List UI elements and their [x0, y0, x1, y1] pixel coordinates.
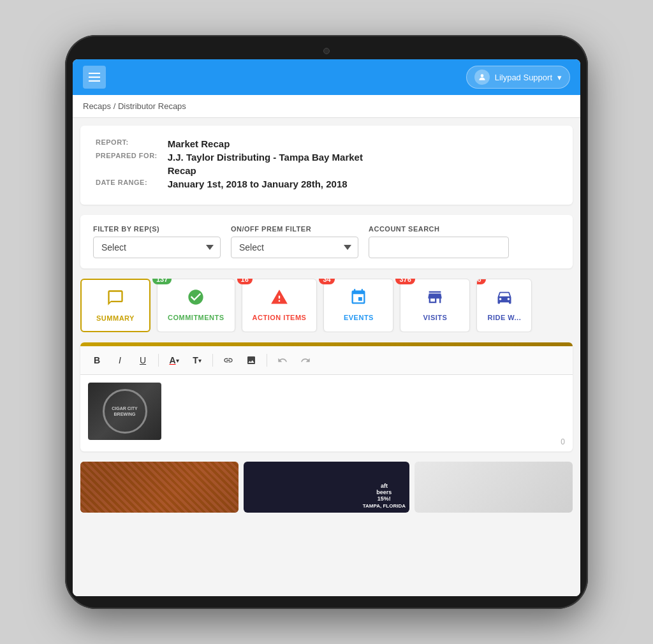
thumbnail-3 [415, 462, 573, 513]
date-row: DATE RANGE: January 1st, 2018 to January… [96, 179, 363, 192]
prepared-value: J.J. Taylor Distributing - Tampa Bay Mar… [168, 152, 363, 165]
brewery-logo: CIGAR CITYBREWING [103, 389, 147, 434]
filters-row: FILTER BY REP(S) Select ON/OFF PREM FILT… [93, 225, 560, 258]
undo-button[interactable] [274, 351, 291, 369]
bottom-images-row: aft beers 15%! TAMPA, FLORIDA [80, 462, 573, 513]
events-icon [349, 288, 367, 310]
editor-body[interactable]: CIGAR CITYBREWING 0 [80, 375, 573, 451]
user-name: Lilypad Support [495, 73, 552, 82]
menu-button[interactable] [83, 66, 106, 89]
onoff-filter-label: ON/OFF PREM FILTER [231, 225, 358, 233]
tab-ride-label: RIDE W... [487, 314, 521, 321]
svg-point-0 [480, 74, 483, 77]
filters-card: FILTER BY REP(S) Select ON/OFF PREM FILT… [80, 215, 573, 268]
font-color-icon: A [169, 355, 175, 365]
text-style-icon: T [193, 355, 198, 365]
summary-icon [106, 289, 124, 311]
link-button[interactable] [219, 351, 237, 369]
editor-image: CIGAR CITYBREWING [88, 383, 161, 440]
commitments-badge: 137 [152, 279, 172, 284]
menu-icon-line [89, 80, 100, 82]
rep-filter-label: FILTER BY REP(S) [93, 225, 221, 233]
tab-events-label: EVENTS [344, 314, 374, 321]
thumbnail-2: aft beers 15%! TAMPA, FLORIDA [244, 462, 409, 513]
app-header: Lilypad Support ▾ [73, 59, 580, 95]
ride-badge: 6 [476, 279, 486, 284]
tabs-row: SUMMARY 137 COMMITMENTS 16 [80, 279, 573, 332]
prepared-row2: Recap [96, 165, 363, 179]
rep-filter-group: FILTER BY REP(S) Select [93, 225, 221, 258]
onoff-filter-group: ON/OFF PREM FILTER Select [231, 225, 358, 258]
report-card: REPORT: Market Recap PREPARED FOR: J.J. … [80, 126, 573, 205]
thumbnail-1 [80, 462, 238, 513]
redo-button[interactable] [297, 351, 314, 369]
image-button[interactable] [242, 351, 260, 369]
tab-visits[interactable]: 376 VISITS [400, 279, 470, 332]
brewery-logo-text: CIGAR CITYBREWING [112, 406, 137, 417]
tab-commitments-label: COMMITMENTS [168, 314, 224, 321]
editor-card: B I U A ▾ T ▾ [80, 342, 573, 451]
thumb2-line3: 15%! [363, 495, 406, 502]
tab-summary[interactable]: SUMMARY [80, 279, 150, 332]
report-table: REPORT: Market Recap PREPARED FOR: J.J. … [96, 138, 363, 192]
account-filter-group: ACCOUNT SEARCH [369, 225, 509, 258]
breadcrumb-text: Recaps / Distributor Recaps [83, 101, 186, 111]
visits-badge: 376 [395, 279, 415, 284]
ride-icon [495, 288, 513, 310]
tab-action-items[interactable]: 16 ACTION ITEMS [242, 279, 318, 332]
tab-action-items-label: ACTION ITEMS [253, 314, 307, 321]
onoff-filter-select[interactable]: Select [231, 237, 358, 258]
report-row: REPORT: Market Recap [96, 138, 363, 152]
underline-button[interactable]: U [134, 351, 152, 369]
thumb2-line2: beers [363, 489, 406, 495]
brewery-image: CIGAR CITYBREWING [88, 383, 161, 440]
bold-button[interactable]: B [88, 351, 106, 369]
menu-icon-line [89, 73, 100, 74]
tab-commitments[interactable]: 137 COMMITMENTS [157, 279, 235, 332]
date-label: DATE RANGE: [96, 179, 168, 192]
prepared-value2: Recap [168, 165, 363, 179]
tab-visits-label: VISITS [423, 314, 448, 321]
dropdown-arrow-small: ▾ [176, 357, 179, 364]
prepared-row: PREPARED FOR: J.J. Taylor Distributing -… [96, 152, 363, 165]
user-menu-button[interactable]: Lilypad Support ▾ [466, 66, 570, 89]
camera [323, 48, 330, 54]
content-area: REPORT: Market Recap PREPARED FOR: J.J. … [73, 118, 580, 596]
font-color-button[interactable]: A ▾ [165, 351, 183, 369]
thumb2-text: aft beers 15%! TAMPA, FLORIDA [363, 483, 406, 509]
toolbar-divider [158, 354, 159, 367]
account-search-input[interactable] [369, 237, 509, 258]
report-label: REPORT: [96, 138, 168, 152]
avatar [474, 70, 490, 85]
editor-toolbar: B I U A ▾ T ▾ [80, 346, 573, 375]
tablet-frame: Lilypad Support ▾ Recaps / Distributor R… [65, 35, 588, 609]
menu-icon-line [89, 77, 100, 78]
prepared-label: PREPARED FOR: [96, 152, 168, 165]
italic-button[interactable]: I [111, 351, 129, 369]
action-items-icon [270, 288, 288, 310]
toolbar-divider3 [267, 354, 267, 367]
breadcrumb: Recaps / Distributor Recaps [73, 95, 580, 118]
report-value: Market Recap [168, 138, 363, 152]
visits-icon [426, 288, 444, 310]
char-count: 0 [561, 437, 565, 446]
toolbar-divider2 [212, 354, 213, 367]
action-items-badge: 16 [237, 279, 253, 284]
thumb2-location: TAMPA, FLORIDA [363, 503, 406, 509]
tab-summary-label: SUMMARY [96, 314, 135, 322]
date-value: January 1st, 2018 to January 28th, 2018 [168, 179, 363, 192]
dropdown-arrow-small2: ▾ [198, 357, 202, 364]
text-style-button[interactable]: T ▾ [188, 351, 206, 369]
thumb2-line1: aft [363, 483, 406, 489]
events-badge: 34 [319, 279, 334, 284]
commitments-icon [187, 288, 205, 310]
rep-filter-select[interactable]: Select [93, 237, 221, 258]
tablet-screen: Lilypad Support ▾ Recaps / Distributor R… [73, 59, 580, 596]
dropdown-arrow: ▾ [557, 73, 562, 82]
tab-events[interactable]: 34 EVENTS [323, 279, 393, 332]
account-filter-label: ACCOUNT SEARCH [369, 225, 509, 233]
tab-ride[interactable]: 6 RIDE W... [476, 279, 532, 332]
